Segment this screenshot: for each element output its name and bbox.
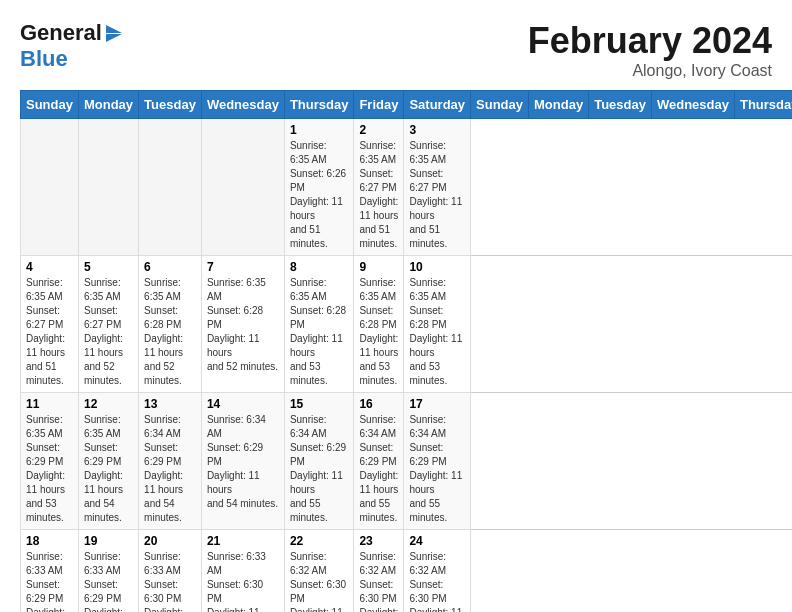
day-info: Sunrise: 6:34 AM Sunset: 6:29 PM Dayligh…: [290, 413, 349, 525]
calendar-week-row: 18Sunrise: 6:33 AM Sunset: 6:29 PM Dayli…: [21, 530, 793, 613]
calendar-week-row: 11Sunrise: 6:35 AM Sunset: 6:29 PM Dayli…: [21, 393, 793, 530]
day-number: 5: [84, 260, 133, 274]
calendar-cell: 17Sunrise: 6:34 AM Sunset: 6:29 PM Dayli…: [404, 393, 471, 530]
day-info: Sunrise: 6:33 AM Sunset: 6:30 PM Dayligh…: [144, 550, 196, 612]
logo: General Blue: [20, 20, 122, 72]
day-number: 22: [290, 534, 349, 548]
calendar-cell: [78, 119, 138, 256]
calendar-cell: 18Sunrise: 6:33 AM Sunset: 6:29 PM Dayli…: [21, 530, 79, 613]
day-info: Sunrise: 6:34 AM Sunset: 6:29 PM Dayligh…: [409, 413, 465, 525]
calendar-cell: [21, 119, 79, 256]
day-number: 6: [144, 260, 196, 274]
calendar-week-row: 1Sunrise: 6:35 AM Sunset: 6:26 PM Daylig…: [21, 119, 793, 256]
day-info: Sunrise: 6:35 AM Sunset: 6:27 PM Dayligh…: [359, 139, 398, 251]
day-info: Sunrise: 6:33 AM Sunset: 6:29 PM Dayligh…: [26, 550, 73, 612]
day-number: 7: [207, 260, 279, 274]
day-number: 2: [359, 123, 398, 137]
calendar-cell: 3Sunrise: 6:35 AM Sunset: 6:27 PM Daylig…: [404, 119, 471, 256]
day-info: Sunrise: 6:35 AM Sunset: 6:27 PM Dayligh…: [409, 139, 465, 251]
header-wednesday: Wednesday: [201, 91, 284, 119]
calendar-cell: 22Sunrise: 6:32 AM Sunset: 6:30 PM Dayli…: [284, 530, 354, 613]
day-info: Sunrise: 6:35 AM Sunset: 6:28 PM Dayligh…: [144, 276, 196, 388]
day-number: 20: [144, 534, 196, 548]
day-info: Sunrise: 6:32 AM Sunset: 6:30 PM Dayligh…: [290, 550, 349, 612]
day-info: Sunrise: 6:35 AM Sunset: 6:29 PM Dayligh…: [84, 413, 133, 525]
calendar-cell: 6Sunrise: 6:35 AM Sunset: 6:28 PM Daylig…: [139, 256, 202, 393]
day-info: Sunrise: 6:35 AM Sunset: 6:28 PM Dayligh…: [409, 276, 465, 388]
day-number: 3: [409, 123, 465, 137]
day-info: Sunrise: 6:32 AM Sunset: 6:30 PM Dayligh…: [409, 550, 465, 612]
calendar-header-row: SundayMondayTuesdayWednesdayThursdayFrid…: [21, 91, 793, 119]
header-friday: Friday: [354, 91, 404, 119]
calendar-cell: 21Sunrise: 6:33 AM Sunset: 6:30 PM Dayli…: [201, 530, 284, 613]
day-number: 9: [359, 260, 398, 274]
logo-text: General Blue: [20, 20, 122, 72]
logo-line1: General: [20, 20, 102, 46]
calendar-cell: 13Sunrise: 6:34 AM Sunset: 6:29 PM Dayli…: [139, 393, 202, 530]
day-number: 4: [26, 260, 73, 274]
calendar-cell: 15Sunrise: 6:34 AM Sunset: 6:29 PM Dayli…: [284, 393, 354, 530]
day-info: Sunrise: 6:34 AM Sunset: 6:29 PM Dayligh…: [207, 413, 279, 511]
header-tuesday: Tuesday: [139, 91, 202, 119]
day-info: Sunrise: 6:33 AM Sunset: 6:29 PM Dayligh…: [84, 550, 133, 612]
calendar-cell: 24Sunrise: 6:32 AM Sunset: 6:30 PM Dayli…: [404, 530, 471, 613]
logo-arrow-top: [106, 25, 122, 33]
header-day-sunday: Sunday: [471, 91, 529, 119]
logo-arrow-bottom: [106, 34, 122, 42]
day-number: 10: [409, 260, 465, 274]
calendar-cell: 10Sunrise: 6:35 AM Sunset: 6:28 PM Dayli…: [404, 256, 471, 393]
day-number: 1: [290, 123, 349, 137]
calendar-cell: 1Sunrise: 6:35 AM Sunset: 6:26 PM Daylig…: [284, 119, 354, 256]
day-number: 16: [359, 397, 398, 411]
day-number: 13: [144, 397, 196, 411]
day-info: Sunrise: 6:32 AM Sunset: 6:30 PM Dayligh…: [359, 550, 398, 612]
day-number: 15: [290, 397, 349, 411]
header-day-monday: Monday: [529, 91, 589, 119]
calendar-cell: 12Sunrise: 6:35 AM Sunset: 6:29 PM Dayli…: [78, 393, 138, 530]
day-info: Sunrise: 6:35 AM Sunset: 6:26 PM Dayligh…: [290, 139, 349, 251]
calendar-cell: [201, 119, 284, 256]
day-number: 19: [84, 534, 133, 548]
day-number: 12: [84, 397, 133, 411]
calendar-cell: 9Sunrise: 6:35 AM Sunset: 6:28 PM Daylig…: [354, 256, 404, 393]
calendar-cell: 19Sunrise: 6:33 AM Sunset: 6:29 PM Dayli…: [78, 530, 138, 613]
day-info: Sunrise: 6:33 AM Sunset: 6:30 PM Dayligh…: [207, 550, 279, 612]
calendar-cell: 7Sunrise: 6:35 AM Sunset: 6:28 PM Daylig…: [201, 256, 284, 393]
calendar-cell: 5Sunrise: 6:35 AM Sunset: 6:27 PM Daylig…: [78, 256, 138, 393]
day-number: 18: [26, 534, 73, 548]
header-day-wednesday: Wednesday: [651, 91, 734, 119]
calendar-cell: 23Sunrise: 6:32 AM Sunset: 6:30 PM Dayli…: [354, 530, 404, 613]
day-number: 11: [26, 397, 73, 411]
day-info: Sunrise: 6:35 AM Sunset: 6:28 PM Dayligh…: [207, 276, 279, 374]
title-section: February 2024 Alongo, Ivory Coast: [528, 20, 772, 80]
day-number: 23: [359, 534, 398, 548]
day-number: 21: [207, 534, 279, 548]
day-info: Sunrise: 6:34 AM Sunset: 6:29 PM Dayligh…: [359, 413, 398, 525]
calendar-cell: 4Sunrise: 6:35 AM Sunset: 6:27 PM Daylig…: [21, 256, 79, 393]
calendar-cell: 14Sunrise: 6:34 AM Sunset: 6:29 PM Dayli…: [201, 393, 284, 530]
header-saturday: Saturday: [404, 91, 471, 119]
calendar-cell: 16Sunrise: 6:34 AM Sunset: 6:29 PM Dayli…: [354, 393, 404, 530]
calendar-cell: [139, 119, 202, 256]
header-monday: Monday: [78, 91, 138, 119]
header-thursday: Thursday: [284, 91, 354, 119]
day-info: Sunrise: 6:35 AM Sunset: 6:27 PM Dayligh…: [26, 276, 73, 388]
page-header: General Blue February 2024 Alongo, Ivory…: [20, 20, 772, 80]
calendar-cell: 20Sunrise: 6:33 AM Sunset: 6:30 PM Dayli…: [139, 530, 202, 613]
day-number: 17: [409, 397, 465, 411]
location-title: Alongo, Ivory Coast: [528, 62, 772, 80]
header-day-thursday: Thursday: [734, 91, 792, 119]
day-info: Sunrise: 6:35 AM Sunset: 6:29 PM Dayligh…: [26, 413, 73, 525]
header-day-tuesday: Tuesday: [589, 91, 652, 119]
logo-line2: Blue: [20, 46, 122, 72]
day-info: Sunrise: 6:35 AM Sunset: 6:28 PM Dayligh…: [359, 276, 398, 388]
day-info: Sunrise: 6:34 AM Sunset: 6:29 PM Dayligh…: [144, 413, 196, 525]
calendar-week-row: 4Sunrise: 6:35 AM Sunset: 6:27 PM Daylig…: [21, 256, 793, 393]
day-info: Sunrise: 6:35 AM Sunset: 6:28 PM Dayligh…: [290, 276, 349, 388]
calendar-cell: 8Sunrise: 6:35 AM Sunset: 6:28 PM Daylig…: [284, 256, 354, 393]
day-number: 8: [290, 260, 349, 274]
day-info: Sunrise: 6:35 AM Sunset: 6:27 PM Dayligh…: [84, 276, 133, 388]
day-number: 14: [207, 397, 279, 411]
header-sunday: Sunday: [21, 91, 79, 119]
calendar-cell: 2Sunrise: 6:35 AM Sunset: 6:27 PM Daylig…: [354, 119, 404, 256]
